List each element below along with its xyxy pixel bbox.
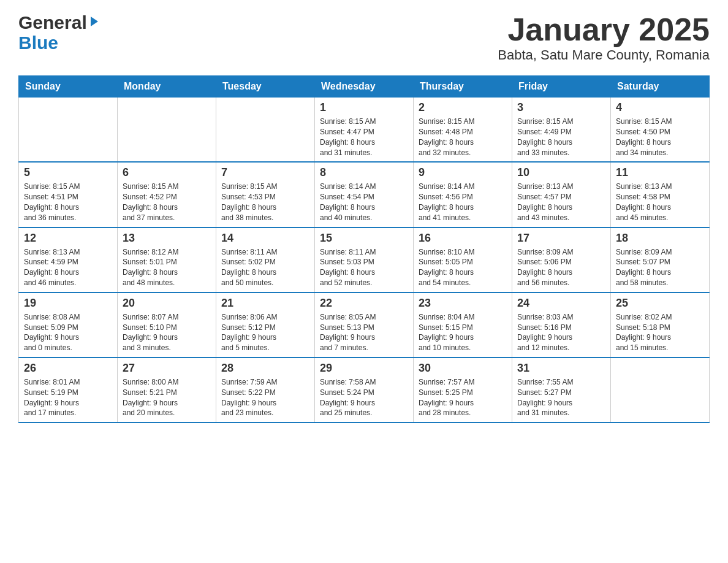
day-number: 25: [616, 297, 704, 310]
day-info: Sunrise: 8:07 AM Sunset: 5:10 PM Dayligh…: [123, 312, 211, 353]
day-number: 13: [123, 232, 211, 245]
calendar-cell: 13Sunrise: 8:12 AM Sunset: 5:01 PM Dayli…: [118, 228, 216, 293]
day-info: Sunrise: 8:14 AM Sunset: 4:56 PM Dayligh…: [419, 182, 507, 223]
day-number: 4: [616, 101, 704, 114]
day-info: Sunrise: 8:15 AM Sunset: 4:47 PM Dayligh…: [320, 117, 408, 158]
calendar-cell: 1Sunrise: 8:15 AM Sunset: 4:47 PM Daylig…: [315, 98, 414, 163]
calendar-cell: 23Sunrise: 8:04 AM Sunset: 5:15 PM Dayli…: [414, 293, 512, 358]
day-info: Sunrise: 8:15 AM Sunset: 4:50 PM Dayligh…: [616, 117, 704, 158]
day-info: Sunrise: 8:10 AM Sunset: 5:05 PM Dayligh…: [419, 247, 507, 288]
day-number: 30: [419, 362, 507, 375]
calendar-cell: [216, 98, 315, 163]
day-number: 9: [419, 166, 507, 179]
calendar-cell: 19Sunrise: 8:08 AM Sunset: 5:09 PM Dayli…: [19, 293, 118, 358]
calendar-cell: 15Sunrise: 8:11 AM Sunset: 5:03 PM Dayli…: [315, 228, 414, 293]
calendar-cell: 22Sunrise: 8:05 AM Sunset: 5:13 PM Dayli…: [315, 293, 414, 358]
day-number: 5: [24, 166, 112, 179]
calendar-week-row: 5Sunrise: 8:15 AM Sunset: 4:51 PM Daylig…: [19, 162, 710, 227]
day-info: Sunrise: 8:12 AM Sunset: 5:01 PM Dayligh…: [123, 247, 211, 288]
calendar-cell: 16Sunrise: 8:10 AM Sunset: 5:05 PM Dayli…: [414, 228, 512, 293]
day-info: Sunrise: 7:59 AM Sunset: 5:22 PM Dayligh…: [221, 377, 309, 418]
calendar-cell: 11Sunrise: 8:13 AM Sunset: 4:58 PM Dayli…: [611, 162, 710, 227]
day-number: 18: [616, 232, 704, 245]
day-info: Sunrise: 8:13 AM Sunset: 4:57 PM Dayligh…: [517, 182, 605, 223]
calendar-cell: 31Sunrise: 7:55 AM Sunset: 5:27 PM Dayli…: [512, 358, 611, 423]
day-number: 17: [517, 232, 605, 245]
day-number: 29: [320, 362, 408, 375]
calendar-cell: 10Sunrise: 8:13 AM Sunset: 4:57 PM Dayli…: [512, 162, 611, 227]
calendar-cell: 21Sunrise: 8:06 AM Sunset: 5:12 PM Dayli…: [216, 293, 315, 358]
calendar-header-sunday: Sunday: [19, 76, 118, 98]
calendar-week-row: 19Sunrise: 8:08 AM Sunset: 5:09 PM Dayli…: [19, 293, 710, 358]
calendar-cell: 18Sunrise: 8:09 AM Sunset: 5:07 PM Dayli…: [611, 228, 710, 293]
day-number: 31: [517, 362, 605, 375]
day-number: 10: [517, 166, 605, 179]
calendar-cell: 12Sunrise: 8:13 AM Sunset: 4:59 PM Dayli…: [19, 228, 118, 293]
day-number: 8: [320, 166, 408, 179]
calendar-header-thursday: Thursday: [414, 76, 512, 98]
calendar-cell: 4Sunrise: 8:15 AM Sunset: 4:50 PM Daylig…: [611, 98, 710, 163]
day-info: Sunrise: 8:09 AM Sunset: 5:06 PM Dayligh…: [517, 247, 605, 288]
calendar-cell: 5Sunrise: 8:15 AM Sunset: 4:51 PM Daylig…: [19, 162, 118, 227]
calendar-cell: 9Sunrise: 8:14 AM Sunset: 4:56 PM Daylig…: [414, 162, 512, 227]
day-number: 2: [419, 101, 507, 114]
day-info: Sunrise: 8:15 AM Sunset: 4:53 PM Dayligh…: [221, 182, 309, 223]
day-number: 14: [221, 232, 309, 245]
day-number: 6: [123, 166, 211, 179]
day-number: 3: [517, 101, 605, 114]
calendar-header-tuesday: Tuesday: [216, 76, 315, 98]
day-info: Sunrise: 8:05 AM Sunset: 5:13 PM Dayligh…: [320, 312, 408, 353]
day-info: Sunrise: 8:04 AM Sunset: 5:15 PM Dayligh…: [419, 312, 507, 353]
calendar-header-row: SundayMondayTuesdayWednesdayThursdayFrid…: [19, 76, 710, 98]
logo-blue: Blue: [18, 33, 58, 53]
calendar-header-monday: Monday: [118, 76, 216, 98]
day-info: Sunrise: 8:09 AM Sunset: 5:07 PM Dayligh…: [616, 247, 704, 288]
day-info: Sunrise: 8:03 AM Sunset: 5:16 PM Dayligh…: [517, 312, 605, 353]
logo-general: General: [18, 12, 87, 33]
day-number: 27: [123, 362, 211, 375]
page-subtitle: Babta, Satu Mare County, Romania: [498, 47, 710, 63]
day-info: Sunrise: 7:57 AM Sunset: 5:25 PM Dayligh…: [419, 377, 507, 418]
calendar-week-row: 12Sunrise: 8:13 AM Sunset: 4:59 PM Dayli…: [19, 228, 710, 293]
day-info: Sunrise: 8:08 AM Sunset: 5:09 PM Dayligh…: [24, 312, 112, 353]
calendar-cell: [118, 98, 216, 163]
day-number: 1: [320, 101, 408, 114]
day-info: Sunrise: 8:02 AM Sunset: 5:18 PM Dayligh…: [616, 312, 704, 353]
day-number: 19: [24, 297, 112, 310]
day-info: Sunrise: 8:00 AM Sunset: 5:21 PM Dayligh…: [123, 377, 211, 418]
day-number: 15: [320, 232, 408, 245]
calendar-cell: 26Sunrise: 8:01 AM Sunset: 5:19 PM Dayli…: [19, 358, 118, 423]
day-number: 20: [123, 297, 211, 310]
day-info: Sunrise: 8:15 AM Sunset: 4:49 PM Dayligh…: [517, 117, 605, 158]
calendar-cell: 24Sunrise: 8:03 AM Sunset: 5:16 PM Dayli…: [512, 293, 611, 358]
calendar-cell: 7Sunrise: 8:15 AM Sunset: 4:53 PM Daylig…: [216, 162, 315, 227]
calendar-header-wednesday: Wednesday: [315, 76, 414, 98]
day-info: Sunrise: 8:06 AM Sunset: 5:12 PM Dayligh…: [221, 312, 309, 353]
calendar-cell: 29Sunrise: 7:58 AM Sunset: 5:24 PM Dayli…: [315, 358, 414, 423]
calendar-cell: 30Sunrise: 7:57 AM Sunset: 5:25 PM Dayli…: [414, 358, 512, 423]
day-info: Sunrise: 8:11 AM Sunset: 5:02 PM Dayligh…: [221, 247, 309, 288]
day-info: Sunrise: 8:15 AM Sunset: 4:52 PM Dayligh…: [123, 182, 211, 223]
calendar-cell: 27Sunrise: 8:00 AM Sunset: 5:21 PM Dayli…: [118, 358, 216, 423]
logo: General Blue: [18, 12, 100, 53]
calendar-header-saturday: Saturday: [611, 76, 710, 98]
day-number: 12: [24, 232, 112, 245]
calendar-cell: 2Sunrise: 8:15 AM Sunset: 4:48 PM Daylig…: [414, 98, 512, 163]
calendar-week-row: 26Sunrise: 8:01 AM Sunset: 5:19 PM Dayli…: [19, 358, 710, 423]
day-info: Sunrise: 7:55 AM Sunset: 5:27 PM Dayligh…: [517, 377, 605, 418]
day-number: 28: [221, 362, 309, 375]
day-number: 7: [221, 166, 309, 179]
calendar-cell: 8Sunrise: 8:14 AM Sunset: 4:54 PM Daylig…: [315, 162, 414, 227]
calendar-cell: 17Sunrise: 8:09 AM Sunset: 5:06 PM Dayli…: [512, 228, 611, 293]
page-title: January 2025: [498, 12, 710, 47]
calendar-week-row: 1Sunrise: 8:15 AM Sunset: 4:47 PM Daylig…: [19, 98, 710, 163]
title-block: January 2025 Babta, Satu Mare County, Ro…: [498, 12, 710, 63]
page-header: General Blue January 2025 Babta, Satu Ma…: [18, 12, 710, 63]
day-info: Sunrise: 7:58 AM Sunset: 5:24 PM Dayligh…: [320, 377, 408, 418]
day-info: Sunrise: 8:15 AM Sunset: 4:48 PM Dayligh…: [419, 117, 507, 158]
day-info: Sunrise: 8:14 AM Sunset: 4:54 PM Dayligh…: [320, 182, 408, 223]
day-number: 24: [517, 297, 605, 310]
calendar-cell: 25Sunrise: 8:02 AM Sunset: 5:18 PM Dayli…: [611, 293, 710, 358]
day-number: 21: [221, 297, 309, 310]
day-info: Sunrise: 8:01 AM Sunset: 5:19 PM Dayligh…: [24, 377, 112, 418]
